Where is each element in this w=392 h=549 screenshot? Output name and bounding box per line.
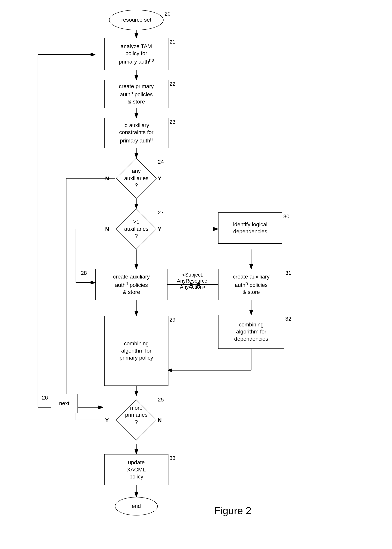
ref-21: 21 — [169, 39, 175, 45]
node-create-auxiliary-28: create auxiliaryauthn policies& store — [95, 269, 168, 300]
node-end: end — [115, 497, 158, 515]
node-more-primaries-label: moreprimaries? — [125, 405, 147, 425]
node-combining-29: combiningalgorithm forprimary policy — [104, 316, 168, 386]
node-create-aux-28-label: create auxiliaryauthn policies& store — [113, 273, 150, 296]
any-aux-n-label: N — [105, 175, 109, 182]
node-id-auxiliary-label: id auxiliaryconstraints forprimary authn — [119, 122, 154, 144]
gt1-aux-n-label: N — [105, 226, 109, 232]
node-update-xacml-label: updateXACMLpolicy — [127, 459, 146, 480]
ref-31: 31 — [285, 270, 291, 276]
more-primaries-n-label: N — [158, 417, 162, 423]
diagram-container: resource set 20 analyze TAMpolicy forpri… — [0, 0, 392, 549]
node-combining-29-label: combiningalgorithm forprimary policy — [119, 340, 153, 361]
ref-24: 24 — [158, 159, 164, 165]
node-analyze-tam-label: analyze TAMpolicy forprimary authns — [119, 43, 154, 65]
node-create-primary-label: create primaryauthn policies& store — [119, 83, 154, 106]
ref-33: 33 — [169, 455, 175, 461]
node-end-label: end — [132, 503, 141, 510]
ref-28: 28 — [81, 270, 87, 276]
ref-32: 32 — [285, 316, 291, 322]
ref-27: 27 — [158, 209, 164, 216]
gt1-aux-y-label: Y — [158, 226, 161, 232]
ref-26: 26 — [42, 395, 48, 401]
node-combining-32-label: combiningalgorithm fordependencies — [234, 321, 268, 342]
node-combining-32: combiningalgorithm fordependencies — [218, 315, 284, 349]
node-any-auxiliaries-label: anyauxiliaries? — [124, 168, 149, 188]
node-create-auxiliary-31: create auxiliaryauthn policies& store — [218, 269, 284, 300]
ref-23: 23 — [169, 119, 175, 125]
ref-25: 25 — [158, 397, 164, 403]
ref-22: 22 — [169, 81, 175, 87]
ref-30: 30 — [283, 214, 289, 220]
node-next: next — [51, 394, 78, 413]
node-any-auxiliaries: anyauxiliaries? — [115, 158, 158, 199]
node-identify-logical: identify logicaldependencies — [218, 213, 282, 244]
node-update-xacml: updateXACMLpolicy — [104, 454, 168, 485]
node-resource-set: resource set — [109, 10, 164, 30]
more-primaries-y-label: Y — [105, 417, 109, 423]
node-create-aux-31-label: create auxiliaryauthn policies& store — [233, 273, 270, 296]
node-gt1-auxiliaries: >1auxiliaries? — [115, 208, 158, 250]
any-aux-y-label: Y — [158, 175, 161, 182]
node-create-primary: create primaryauthn policies& store — [104, 80, 168, 108]
ref-29: 29 — [169, 317, 175, 323]
ref-20: 20 — [165, 11, 171, 17]
node-id-auxiliary: id auxiliaryconstraints forprimary authn — [104, 118, 168, 148]
figure-label: Figure 2 — [214, 505, 252, 516]
node-gt1-aux-label: >1auxiliaries? — [124, 219, 149, 239]
mid-arrow-label: <Subject, AnyResource, AnyAction> — [169, 272, 216, 290]
node-more-primaries: moreprimaries? — [115, 396, 158, 444]
node-resource-set-label: resource set — [121, 16, 151, 23]
node-next-label: next — [59, 400, 70, 407]
node-identify-logical-label: identify logicaldependencies — [233, 221, 267, 235]
node-analyze-tam: analyze TAMpolicy forprimary authns — [104, 38, 168, 70]
